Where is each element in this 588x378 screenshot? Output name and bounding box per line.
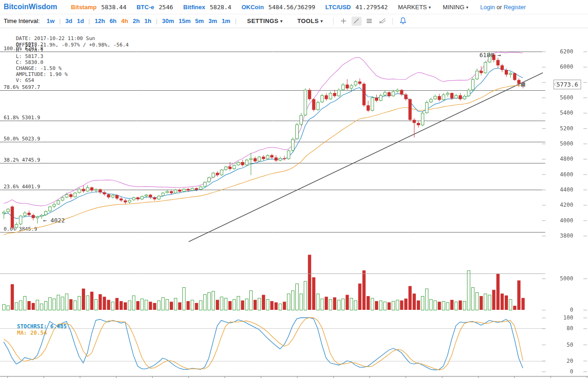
interval-12h[interactable]: 12h	[95, 17, 105, 24]
interval-1d[interactable]: 1d	[77, 17, 84, 24]
ticker-btce[interactable]: BTC-e 2546	[137, 4, 173, 11]
stochrsi-legend: STOCHRSI: 6.485 MA: 20.54	[4, 317, 75, 343]
app-logo[interactable]: BitcoinWisdom	[4, 3, 57, 11]
price-annotation-4022: ← 4022	[43, 217, 65, 224]
ticker-value: 5484.56/36299	[268, 4, 315, 11]
ticker-value: 41.279542	[355, 4, 387, 11]
chart-area[interactable]: DATE: 2017-10-22 11:00 Sun O: 5918.2 H: …	[0, 28, 588, 378]
ticker-okcoin[interactable]: OKCoin 5484.56/36299	[242, 4, 315, 11]
login-link[interactable]: Login	[480, 4, 495, 11]
chevron-down-icon: ▾	[466, 5, 468, 10]
chevron-down-icon: ▾	[429, 5, 431, 10]
divider	[333, 17, 334, 25]
auth-links: Login or Register	[480, 4, 526, 11]
ticker-name: Bitstamp	[71, 4, 97, 11]
last-price-tag: 5773.6	[553, 80, 581, 89]
arrow-lower-left-icon	[378, 17, 386, 24]
horizontal-line-tool-icon[interactable]	[364, 17, 375, 26]
interval-1m[interactable]: 1m	[222, 17, 231, 24]
ticker-value: 5838.44	[101, 4, 127, 11]
ticker-bitstamp[interactable]: Bitstamp 5838.44	[71, 4, 126, 11]
chevron-down-icon: ▾	[321, 19, 323, 23]
stochrsi-ma-value: 20.54	[30, 330, 47, 336]
tools-menu[interactable]: TOOLS▾	[297, 17, 323, 24]
trendline-tool-icon[interactable]	[352, 17, 362, 26]
stochrsi-value: 6.485	[50, 323, 67, 330]
ticker-name: OKCoin	[242, 4, 264, 11]
mining-menu[interactable]: MINING▾	[443, 4, 468, 11]
ticker-value: 5828.4	[210, 4, 231, 11]
ticker-ltcusd[interactable]: LTC/USD 41.279542	[325, 4, 388, 11]
diagonal-line-icon	[353, 17, 360, 24]
interval-3d[interactable]: 3d	[65, 17, 72, 24]
divider: |	[88, 17, 90, 24]
divider	[392, 17, 393, 25]
interval-1h[interactable]: 1h	[144, 17, 151, 24]
ticker-bitfinex[interactable]: Bitfinex 5828.4	[183, 4, 231, 11]
crosshair-tool-icon[interactable]	[339, 17, 349, 26]
bell-icon	[400, 17, 406, 25]
divider: |	[156, 17, 157, 24]
divider: |	[235, 17, 236, 24]
chevron-down-icon: ▾	[280, 19, 282, 23]
auth-or-text: or	[496, 4, 502, 11]
alert-bell-icon[interactable]	[398, 17, 408, 26]
ticker-name: Bitfinex	[183, 4, 205, 11]
ticker-name: LTC/USD	[325, 4, 351, 11]
ticker-value: 2546	[159, 4, 173, 11]
ticker-name: BTC-e	[137, 4, 154, 11]
interval-1w[interactable]: 1w	[46, 17, 54, 24]
plus-icon	[340, 17, 347, 24]
horizontal-lines-icon	[366, 17, 373, 24]
interval-5m[interactable]: 5m	[195, 17, 204, 24]
chart-toolbar: Time Interval: 1w | 3d 1d | 12h 6h 4h 2h…	[0, 14, 588, 28]
top-header: BitcoinWisdom Bitstamp 5838.44 BTC-e 254…	[0, 0, 588, 14]
price-annotation-6180: 6180 →	[479, 52, 501, 58]
interval-4h-selected[interactable]: 4h	[121, 17, 128, 24]
settings-menu[interactable]: SETTINGS▾	[247, 17, 282, 24]
interval-3m[interactable]: 3m	[208, 17, 217, 24]
interval-2h[interactable]: 2h	[133, 17, 139, 24]
chart-canvas[interactable]	[0, 41, 588, 378]
angle-tool-icon[interactable]	[377, 17, 387, 26]
time-interval-label: Time Interval:	[4, 17, 40, 24]
interval-30m[interactable]: 30m	[162, 17, 174, 24]
interval-6h[interactable]: 6h	[110, 17, 116, 24]
markets-menu[interactable]: MARKETS▾	[398, 4, 431, 11]
divider: |	[59, 17, 61, 24]
interval-15m[interactable]: 15m	[179, 17, 190, 24]
register-link[interactable]: Register	[503, 4, 525, 11]
